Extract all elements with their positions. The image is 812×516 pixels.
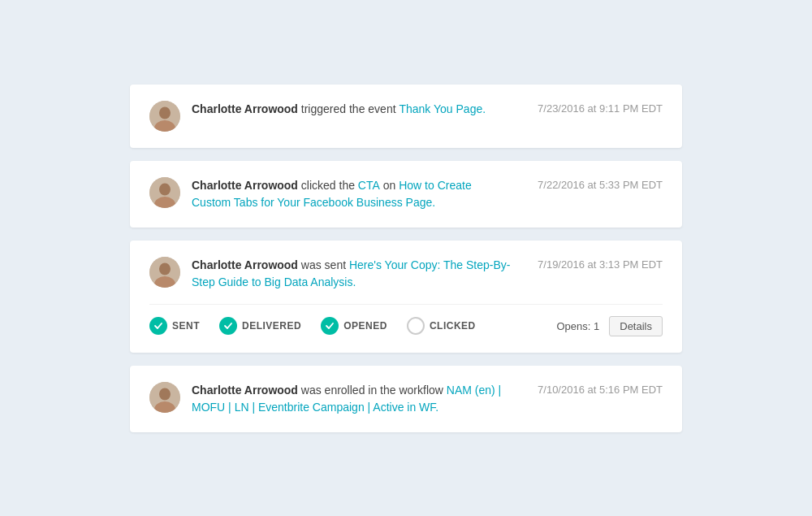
feed-card-4: Charlotte Arrowood was enrolled in the w… bbox=[130, 366, 682, 432]
card-body-2: Charlotte Arrowood clicked the CTA on Ho… bbox=[192, 177, 513, 211]
svg-point-10 bbox=[159, 388, 171, 400]
avatar-4 bbox=[149, 382, 180, 413]
svg-point-7 bbox=[159, 262, 171, 275]
opened-label: OPENED bbox=[343, 320, 387, 332]
opened-check-icon bbox=[321, 317, 339, 335]
clicked-label: CLICKED bbox=[430, 320, 476, 332]
status-opened: OPENED bbox=[321, 317, 387, 335]
card-text-4: Charlotte Arrowood was enrolled in the w… bbox=[192, 384, 501, 414]
status-sent: SENT bbox=[149, 317, 200, 335]
svg-point-4 bbox=[159, 183, 171, 195]
delivered-label: DELIVERED bbox=[242, 320, 301, 332]
sent-check-icon bbox=[149, 317, 167, 335]
person-name-1: Charlotte Arrowood bbox=[192, 102, 298, 115]
timestamp-3: 7/19/2016 at 3:13 PM EDT bbox=[538, 257, 663, 271]
timestamp-2: 7/22/2016 at 5:33 PM EDT bbox=[538, 177, 663, 191]
avatar-3 bbox=[149, 257, 180, 288]
timestamp-4: 7/10/2016 at 5:16 PM EDT bbox=[538, 382, 663, 396]
svg-point-1 bbox=[159, 106, 171, 119]
feed-card-2: Charlotte Arrowood clicked the CTA on Ho… bbox=[130, 161, 682, 228]
sent-label: SENT bbox=[172, 320, 200, 332]
card-body-4: Charlotte Arrowood was enrolled in the w… bbox=[192, 382, 513, 416]
person-name-2: Charlotte Arrowood bbox=[192, 179, 298, 192]
status-row: SENT DELIVERED OPENED bbox=[149, 304, 663, 336]
activity-feed: Charlotte Arrowood triggered the event T… bbox=[130, 85, 682, 432]
person-name-3: Charlotte Arrowood bbox=[192, 258, 298, 271]
delivered-check-icon bbox=[219, 317, 237, 335]
avatar-1 bbox=[149, 101, 180, 132]
event-link-1[interactable]: Thank You Page. bbox=[399, 102, 486, 115]
card-text-3: Charlotte Arrowood was sent Here's Your … bbox=[192, 258, 510, 288]
feed-card-3: Charlotte Arrowood was sent Here's Your … bbox=[130, 241, 682, 353]
clicked-empty-icon bbox=[407, 317, 425, 335]
cta-label[interactable]: CTA bbox=[358, 179, 380, 192]
card-body-1: Charlotte Arrowood triggered the event T… bbox=[192, 101, 513, 118]
avatar-2 bbox=[149, 177, 180, 208]
opens-text: Opens: 1 bbox=[556, 320, 599, 332]
timestamp-1: 7/23/2016 at 9:11 PM EDT bbox=[538, 101, 663, 115]
card-text-2: Charlotte Arrowood clicked the CTA on Ho… bbox=[192, 179, 472, 209]
status-clicked: CLICKED bbox=[407, 317, 476, 335]
person-name-4: Charlotte Arrowood bbox=[192, 384, 298, 397]
status-delivered: DELIVERED bbox=[219, 317, 301, 335]
feed-card-1: Charlotte Arrowood triggered the event T… bbox=[130, 85, 682, 148]
card-text-1: Charlotte Arrowood triggered the event T… bbox=[192, 102, 486, 115]
card-body-3: Charlotte Arrowood was sent Here's Your … bbox=[192, 257, 513, 291]
details-button[interactable]: Details bbox=[609, 316, 663, 336]
status-right: Opens: 1 Details bbox=[556, 316, 663, 336]
